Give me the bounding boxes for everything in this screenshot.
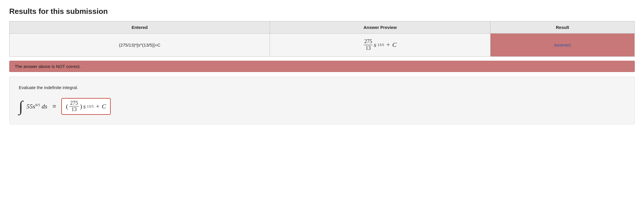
col-header-preview: Answer Preview — [270, 21, 491, 34]
result-cell: incorrect — [490, 34, 634, 57]
col-header-result: Result — [490, 21, 634, 34]
answer-box: ( 275 13 ) s13/5 + C — [61, 98, 110, 115]
entered-value: (275/13)*[s^(13/5)]+C — [10, 34, 270, 57]
not-correct-banner: The answer above is NOT correct. — [9, 61, 635, 72]
answer-numerator: 275 — [69, 100, 79, 107]
open-paren: ( — [66, 103, 68, 110]
results-table: Entered Answer Preview Result (275/13)*[… — [9, 21, 635, 57]
answer-preview-cell: 275 13 s13/5 + C — [270, 34, 491, 57]
answer-s: s — [83, 103, 86, 110]
answer-plus: + — [96, 103, 99, 110]
answer-fraction: 275 13 — [69, 100, 79, 113]
col-header-entered: Entered — [10, 21, 270, 34]
integral-symbol: ∫ — [19, 99, 23, 114]
math-equation: ∫ 55s9/5 ds = ( 275 13 ) s13/5 + C — [19, 98, 625, 115]
preview-denominator: 13 — [365, 45, 371, 51]
equals-sign: = — [53, 103, 56, 110]
close-paren: ) — [80, 103, 82, 110]
preview-C: C — [392, 41, 397, 49]
table-row: (275/13)*[s^(13/5)]+C 275 13 s13/5 + C i… — [10, 34, 635, 57]
integrand: 55s9/5 ds — [26, 103, 47, 110]
preview-plus: + — [386, 41, 390, 49]
preview-fraction: 275 13 — [364, 39, 373, 51]
answer-denominator: 13 — [71, 106, 77, 112]
preview-exponent: 13/5 — [377, 43, 384, 47]
preview-math: 275 13 s13/5 + C — [364, 39, 397, 51]
answer-exponent: 13/5 — [87, 104, 94, 109]
banner-text: The answer above is NOT correct. — [15, 64, 81, 69]
answer-C: C — [102, 103, 106, 110]
preview-s: s — [374, 41, 376, 49]
preview-numerator: 275 — [364, 39, 373, 45]
page-title: Results for this submission — [9, 7, 635, 16]
question-box: Evaluate the indefinite integral. ∫ 55s9… — [9, 77, 635, 125]
question-prompt: Evaluate the indefinite integral. — [19, 85, 625, 90]
